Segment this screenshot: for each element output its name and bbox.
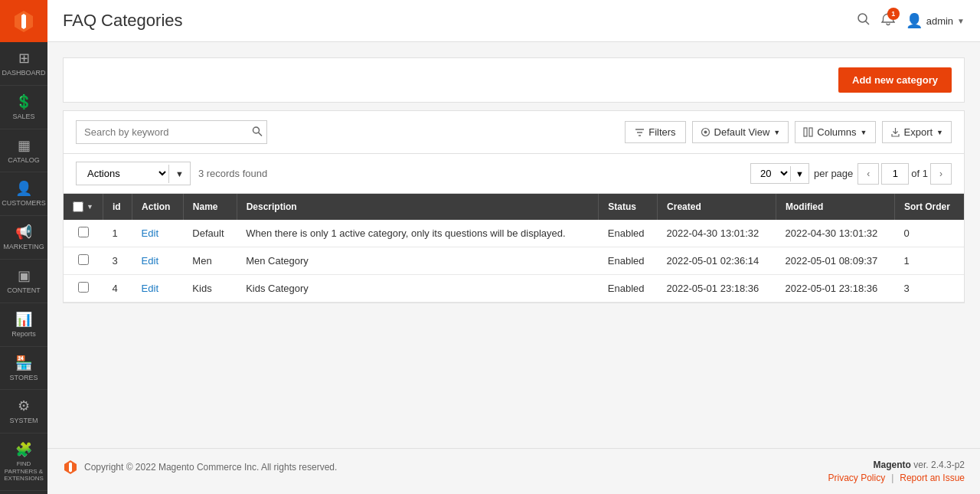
svg-point-10	[704, 131, 707, 134]
per-page-arrow[interactable]: ▼	[790, 166, 808, 182]
edit-link[interactable]: Edit	[142, 255, 158, 267]
cell-status: Enabled	[599, 247, 658, 275]
footer-copyright: Copyright © 2022 Magento Commerce Inc. A…	[84, 462, 337, 473]
cell-modified: 2022-04-30 13:01:32	[776, 220, 895, 247]
cell-created: 2022-05-01 23:18:36	[658, 275, 776, 303]
cell-sort-order: 1	[894, 247, 964, 275]
admin-menu-chevron: ▼	[957, 17, 965, 25]
topbar-right: 1 👤 admin ▼	[857, 12, 965, 30]
actions-select-wrapper: Actions ▼	[76, 162, 191, 185]
cell-action: Edit	[132, 220, 184, 247]
report-issue-link[interactable]: Report an Issue	[900, 473, 965, 483]
export-chevron: ▼	[936, 129, 943, 136]
catalog-icon: ▦	[18, 137, 31, 154]
footer: Copyright © 2022 Magento Commerce Inc. A…	[47, 448, 980, 494]
search-icon-btn[interactable]	[857, 12, 871, 30]
row-checkbox-cell	[64, 220, 103, 247]
footer-version: Magento ver. 2.4.3-p2	[828, 460, 965, 470]
sidebar-item-extensions[interactable]: 🧩 FIND PARTNERS & EXTENSIONS	[0, 433, 47, 491]
sidebar-item-customers-label: CUSTOMERS	[2, 199, 45, 208]
footer-version-number: ver. 2.4.3-p2	[913, 460, 965, 470]
default-view-button[interactable]: Default View ▼	[692, 121, 789, 143]
topbar: FAQ Categories 1 👤 admin ▼	[47, 0, 980, 42]
search-input[interactable]	[76, 120, 267, 144]
search-submit-button[interactable]	[252, 126, 263, 139]
prev-page-button[interactable]: ‹	[858, 163, 879, 185]
sales-icon: 💲	[15, 93, 32, 110]
sidebar: ⊞ DASHBOARD 💲 SALES ▦ CATALOG 👤 CUSTOMER…	[0, 0, 47, 494]
privacy-policy-link[interactable]: Privacy Policy	[828, 473, 885, 483]
sidebar-item-dashboard-label: DASHBOARD	[2, 69, 46, 77]
notification-bell[interactable]: 1	[881, 12, 895, 30]
grid-area: Filters Default View ▼	[63, 110, 965, 303]
th-modified: Modified	[776, 194, 895, 220]
th-checkbox: ▼	[64, 194, 103, 220]
export-button[interactable]: Export ▼	[882, 121, 952, 143]
per-page-select: 20 30 50 ▼	[750, 163, 809, 184]
cell-modified: 2022-05-01 23:18:36	[776, 275, 895, 303]
footer-magento-label: Magento	[874, 460, 911, 470]
cell-description: When there is only 1 active category, on…	[237, 220, 599, 247]
table-row: 4 Edit Kids Kids Category Enabled 2022-0…	[64, 275, 964, 303]
default-view-chevron: ▼	[773, 129, 780, 136]
sidebar-item-system-label: SYSTEM	[9, 417, 38, 425]
table-row: 3 Edit Men Men Category Enabled 2022-05-…	[64, 247, 964, 275]
row-checkbox[interactable]	[78, 254, 89, 265]
th-name: Name	[183, 194, 237, 220]
sidebar-item-marketing-label: MARKETING	[3, 243, 44, 251]
filters-label: Filters	[648, 126, 675, 138]
actions-select[interactable]: Actions	[77, 162, 168, 185]
sidebar-item-catalog-label: CATALOG	[8, 156, 40, 165]
extensions-icon: 🧩	[15, 441, 32, 458]
svg-rect-12	[809, 128, 812, 136]
edit-link[interactable]: Edit	[142, 283, 158, 294]
sidebar-item-sales[interactable]: 💲 SALES	[0, 86, 47, 129]
cell-sort-order: 0	[894, 220, 964, 247]
sidebar-item-reports[interactable]: 📊 Reports	[0, 303, 47, 347]
cell-created: 2022-04-30 13:01:32	[658, 220, 776, 247]
content-area: Add new category	[47, 42, 980, 448]
columns-button[interactable]: Columns ▼	[795, 121, 875, 143]
sidebar-item-catalog[interactable]: ▦ CATALOG	[0, 129, 47, 173]
page-of: of 1	[911, 168, 928, 179]
th-status: Status	[599, 194, 658, 220]
columns-label: Columns	[817, 126, 856, 138]
th-action: Action	[132, 194, 184, 220]
row-checkbox[interactable]	[78, 282, 89, 293]
sidebar-item-system[interactable]: ⚙ SYSTEM	[0, 390, 47, 433]
sidebar-item-marketing[interactable]: 📢 MARKETING	[0, 216, 47, 260]
sidebar-logo	[0, 0, 47, 42]
customers-icon: 👤	[15, 180, 32, 197]
edit-link[interactable]: Edit	[142, 227, 158, 239]
admin-user-menu[interactable]: 👤 admin ▼	[906, 12, 965, 29]
cell-modified: 2022-05-01 08:09:37	[776, 247, 895, 275]
sidebar-item-dashboard[interactable]: ⊞ DASHBOARD	[0, 42, 47, 86]
cell-status: Enabled	[599, 220, 658, 247]
records-found: 3 records found	[198, 168, 267, 179]
filters-button[interactable]: Filters	[625, 121, 685, 143]
actions-dropdown-arrow[interactable]: ▼	[168, 165, 190, 183]
search-box	[76, 120, 267, 144]
next-page-button[interactable]: ›	[930, 163, 952, 185]
sidebar-item-stores[interactable]: 🏪 STORES	[0, 347, 47, 391]
svg-point-4	[253, 127, 260, 133]
page-number-input[interactable]	[881, 163, 909, 185]
svg-marker-15	[69, 463, 72, 473]
th-sort-order: Sort Order	[894, 194, 964, 220]
svg-marker-1	[21, 14, 26, 29]
select-all-dropdown-arrow[interactable]: ▼	[87, 203, 93, 211]
actions-row: Actions ▼ 3 records found 20 30 50 ▼	[64, 154, 964, 194]
row-checkbox[interactable]	[78, 227, 89, 237]
sidebar-item-customers[interactable]: 👤 CUSTOMERS	[0, 172, 47, 216]
th-description: Description	[237, 194, 599, 220]
cell-id: 3	[103, 247, 132, 275]
select-all-checkbox[interactable]	[73, 201, 83, 212]
action-bar-top: Add new category	[63, 57, 965, 103]
add-new-category-button[interactable]: Add new category	[838, 67, 952, 93]
sidebar-item-reports-label: Reports	[11, 330, 36, 339]
per-page-dropdown[interactable]: 20 30 50	[751, 164, 790, 183]
cell-description: Kids Category	[237, 275, 599, 303]
data-table: ▼ id Action Name Description Status Crea…	[64, 194, 964, 303]
sidebar-item-content[interactable]: ▣ CONTENT	[0, 260, 47, 303]
footer-left: Copyright © 2022 Magento Commerce Inc. A…	[63, 460, 337, 475]
